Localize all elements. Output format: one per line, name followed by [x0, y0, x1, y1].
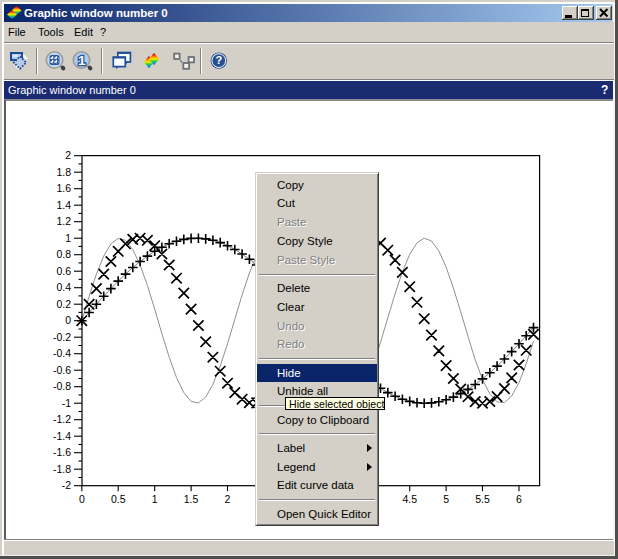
svg-text:-1.8: -1.8: [53, 463, 71, 475]
svg-text:-1.2: -1.2: [53, 413, 71, 425]
svg-text:?: ?: [215, 54, 222, 66]
svg-text:1.8: 1.8: [56, 166, 71, 178]
svg-text:2: 2: [225, 493, 231, 505]
svg-text:-1.4: -1.4: [53, 430, 71, 442]
svg-text:2: 2: [65, 149, 71, 161]
svg-text:1: 1: [65, 232, 71, 244]
svg-text:1: 1: [152, 493, 158, 505]
svg-text:0.6: 0.6: [56, 265, 71, 277]
svg-text:-0.6: -0.6: [53, 364, 71, 376]
svg-text:-2: -2: [62, 479, 71, 491]
svg-text:1.5: 1.5: [184, 493, 199, 505]
svg-text:0: 0: [65, 314, 71, 326]
svg-text:5.5: 5.5: [475, 493, 490, 505]
svg-text:-0.8: -0.8: [53, 380, 71, 392]
svg-text:0.4: 0.4: [56, 281, 71, 293]
svg-text:1: 1: [78, 53, 86, 68]
svg-text:-1.6: -1.6: [53, 446, 71, 458]
svg-text:-1: -1: [62, 397, 71, 409]
svg-text:1.4: 1.4: [56, 199, 71, 211]
svg-text:-0.2: -0.2: [53, 331, 71, 343]
svg-text:4.5: 4.5: [402, 493, 417, 505]
svg-text:1.6: 1.6: [56, 182, 71, 194]
svg-text:0: 0: [79, 493, 85, 505]
svg-text:0.8: 0.8: [56, 248, 71, 260]
svg-text:0.5: 0.5: [111, 493, 126, 505]
svg-text:1.2: 1.2: [56, 215, 71, 227]
svg-text:6: 6: [516, 493, 522, 505]
svg-text:5: 5: [443, 493, 449, 505]
svg-text:-0.4: -0.4: [53, 347, 71, 359]
svg-text:0.2: 0.2: [56, 298, 71, 310]
